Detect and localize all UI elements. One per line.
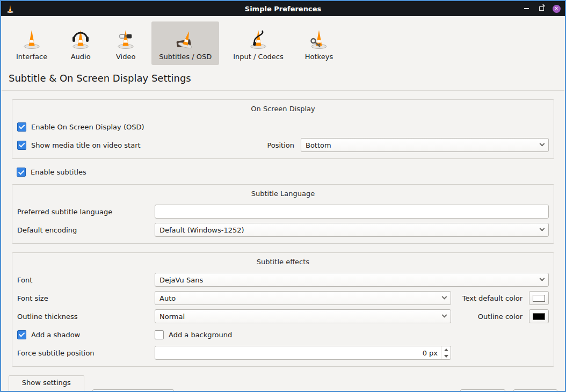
force-subtitle-position-value: 0 px — [159, 349, 441, 357]
add-background-label: Add a background — [169, 331, 232, 339]
chevron-down-icon — [540, 275, 545, 281]
tab-input-codecs-label: Input / Codecs — [233, 53, 284, 61]
category-toolbar: Interface Audio Video — [1, 16, 565, 66]
enable-osd-row: Enable On Screen Display (OSD) — [17, 118, 549, 136]
osd-group: On Screen Display Enable On Screen Displ… — [12, 99, 554, 159]
tab-interface-label: Interface — [16, 53, 47, 61]
outline-thickness-row: Outline thickness Normal Outline color — [17, 307, 549, 325]
font-combobox[interactable]: DejaVu Sans — [155, 273, 549, 287]
vlc-cone-icon — [5, 4, 15, 13]
vlc-cone-audio-icon — [69, 26, 92, 50]
default-encoding-value: Default (Windows-1252) — [159, 226, 536, 234]
enable-subtitles-row: Enable subtitles — [12, 168, 554, 177]
tab-subtitles-osd-label: Subtitles / OSD — [159, 53, 212, 61]
footer: Show settings Simple All Reset Preferenc… — [1, 375, 565, 392]
enable-osd-label: Enable On Screen Display (OSD) — [31, 123, 144, 131]
enable-subtitles-checkbox[interactable] — [17, 168, 26, 177]
chevron-down-icon — [442, 312, 447, 317]
force-subtitle-position-row: Force subtitle position 0 px — [17, 344, 549, 362]
text-default-color-label: Text default color — [462, 294, 523, 302]
titlebar[interactable]: Simple Preferences ✕ — [1, 1, 565, 16]
font-size-row: Font size Auto Text default color — [17, 289, 549, 307]
restore-icon — [539, 6, 544, 11]
chevron-down-icon — [540, 141, 545, 146]
add-background-checkbox[interactable] — [155, 330, 164, 339]
vlc-cone-subtitles-icon — [173, 26, 197, 50]
add-shadow-checkbox[interactable] — [17, 330, 26, 339]
enable-subtitles-label: Enable subtitles — [31, 168, 86, 176]
force-subtitle-position-spinbox[interactable]: 0 px — [155, 346, 451, 360]
show-media-title-checkbox[interactable] — [17, 141, 26, 150]
outline-thickness-label: Outline thickness — [17, 313, 155, 321]
position-label: Position — [267, 141, 294, 149]
tab-hotkeys[interactable]: Hotkeys — [297, 21, 340, 65]
close-icon: ✕ — [553, 5, 561, 13]
default-encoding-label: Default encoding — [17, 226, 155, 234]
shadow-background-row: Add a shadow Add a background — [17, 325, 549, 344]
text-default-color-swatch — [533, 295, 545, 302]
font-label: Font — [17, 276, 155, 284]
preferred-language-label: Preferred subtitle language — [17, 208, 155, 216]
show-media-title-label: Show media title on video start — [31, 141, 141, 149]
vlc-cone-video-icon — [114, 26, 137, 50]
simple-preferences-window: Simple Preferences ✕ Interface — [0, 0, 566, 392]
font-size-label: Font size — [17, 294, 155, 302]
text-default-color-button[interactable] — [529, 291, 549, 305]
tab-subtitles-osd[interactable]: Subtitles / OSD — [151, 21, 219, 65]
spin-down-button[interactable] — [441, 353, 451, 359]
cancel-button[interactable]: Cancel — [513, 389, 557, 392]
close-button[interactable]: ✕ — [552, 4, 561, 13]
show-settings-title: Show settings — [14, 379, 78, 391]
reset-preferences-button[interactable]: Reset Preferences — [92, 389, 175, 392]
minimize-icon — [524, 8, 529, 9]
window-controls: ✕ — [522, 4, 561, 13]
subtitle-effects-title: Subtitle effects — [17, 256, 549, 271]
tab-audio[interactable]: Audio — [61, 21, 100, 65]
restore-button[interactable] — [537, 4, 546, 13]
tab-hotkeys-label: Hotkeys — [305, 53, 333, 61]
tab-audio-label: Audio — [71, 53, 91, 61]
font-size-value: Auto — [159, 294, 438, 302]
window-title: Simple Preferences — [1, 5, 565, 13]
default-encoding-combobox[interactable]: Default (Windows-1252) — [155, 223, 549, 237]
outline-thickness-value: Normal — [159, 313, 438, 321]
chevron-down-icon — [442, 294, 447, 299]
show-media-title-row: Show media title on video start Position… — [17, 136, 549, 154]
vlc-cone-codecs-icon — [246, 26, 270, 50]
vlc-cone-hotkeys-icon — [307, 26, 331, 50]
spin-up-icon — [444, 349, 448, 351]
default-encoding-row: Default encoding Default (Windows-1252) — [17, 221, 549, 239]
vlc-cone-interface-icon — [20, 26, 43, 50]
spin-down-icon — [444, 355, 448, 358]
osd-group-title: On Screen Display — [17, 103, 549, 118]
tab-input-codecs[interactable]: Input / Codecs — [226, 21, 291, 65]
font-row: Font DejaVu Sans — [17, 271, 549, 289]
minimize-button[interactable] — [522, 4, 531, 13]
font-size-combobox[interactable]: Auto — [155, 291, 451, 305]
page-title: Subtitle & On Screen Display Settings — [9, 72, 557, 84]
add-shadow-label: Add a shadow — [31, 331, 80, 339]
subtitle-effects-group: Subtitle effects Font DejaVu Sans Font s… — [12, 252, 554, 367]
tab-video-label: Video — [116, 53, 135, 61]
outline-color-label: Outline color — [478, 313, 523, 321]
subtitle-language-title: Subtitle Language — [17, 188, 549, 202]
outline-color-button[interactable] — [529, 309, 549, 323]
save-button[interactable]: Save — [460, 389, 505, 392]
position-combobox[interactable]: Bottom — [301, 138, 549, 152]
tab-interface[interactable]: Interface — [9, 21, 55, 65]
subtitle-language-group: Subtitle Language Preferred subtitle lan… — [12, 184, 554, 244]
enable-osd-checkbox[interactable] — [17, 122, 26, 132]
tab-video[interactable]: Video — [106, 21, 145, 65]
spin-up-button[interactable] — [441, 346, 451, 353]
preferred-language-row: Preferred subtitle language — [17, 202, 549, 221]
position-value: Bottom — [306, 141, 536, 149]
heading-divider — [2, 90, 564, 91]
show-settings-group: Show settings Simple All — [9, 375, 84, 392]
spin-arrows — [441, 346, 451, 359]
font-value: DejaVu Sans — [159, 276, 536, 284]
outline-thickness-combobox[interactable]: Normal — [155, 309, 451, 323]
outline-color-swatch — [533, 313, 545, 320]
preferred-language-input[interactable] — [155, 205, 549, 219]
force-subtitle-position-label: Force subtitle position — [17, 349, 155, 357]
chevron-down-icon — [540, 226, 545, 231]
